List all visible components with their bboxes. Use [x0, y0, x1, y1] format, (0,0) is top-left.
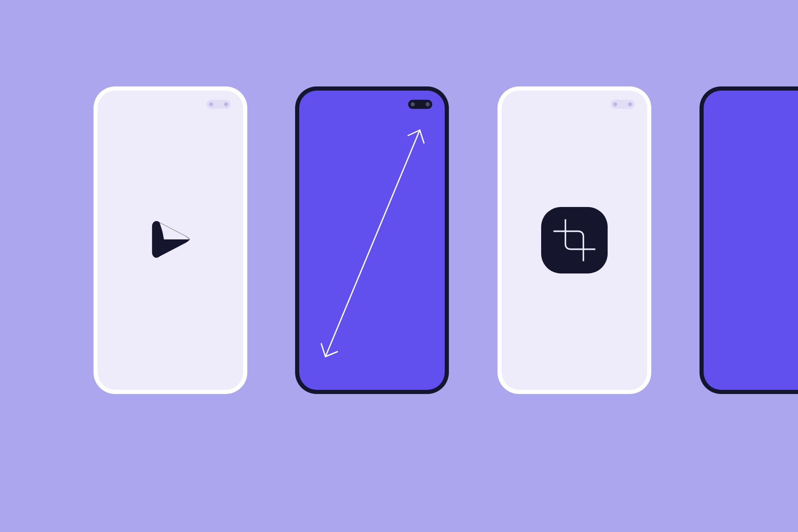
camera-dot — [224, 102, 228, 106]
camera-dot — [613, 102, 617, 106]
svg-line-0 — [325, 130, 420, 357]
phone-mock-4 — [699, 86, 798, 394]
diagonal-arrow-icon — [299, 91, 445, 390]
phone-mock-2 — [295, 86, 449, 394]
phone-screen-2 — [299, 91, 445, 390]
phone-mock-3 — [498, 86, 651, 394]
illustration-canvas — [0, 0, 798, 532]
phone-screen-1 — [98, 91, 243, 390]
phone-mock-1 — [94, 86, 247, 394]
play-icon — [143, 212, 197, 268]
crop-badge — [541, 207, 608, 273]
phone-screen-3 — [502, 91, 647, 390]
crop-icon — [549, 215, 599, 265]
phone-screen-4 — [704, 91, 798, 390]
camera-cutout — [207, 100, 231, 109]
camera-dot — [209, 102, 213, 106]
camera-cutout — [611, 100, 635, 109]
camera-dot — [628, 102, 632, 106]
